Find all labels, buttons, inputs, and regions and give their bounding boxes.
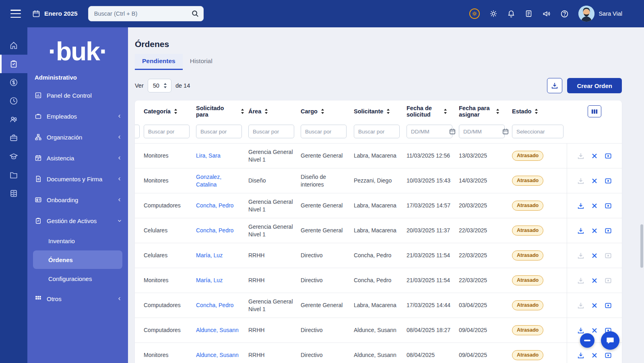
cancel-order-button[interactable] [592, 303, 597, 308]
vertical-scrollbar[interactable] [640, 224, 643, 268]
col-fecha-asignar[interactable]: Fecha para asignar [459, 105, 512, 118]
calendar-icon[interactable] [502, 128, 509, 135]
rail-education-icon[interactable] [0, 147, 27, 166]
rail-briefcase-icon[interactable] [0, 129, 27, 147]
announcements-button[interactable] [542, 10, 551, 18]
download-order-button[interactable] [577, 227, 584, 234]
cell-solicitado-link[interactable]: Lira, Sara [196, 152, 221, 159]
sort-icon[interactable] [535, 109, 538, 114]
period-selector[interactable]: Enero 2025 [32, 10, 78, 18]
col-area[interactable]: Área [248, 108, 301, 115]
cell-solicitado-link[interactable]: Aldunce, Susann [196, 327, 239, 333]
filter-solicitante-input[interactable] [354, 125, 400, 138]
cell-solicitado-link[interactable]: Gonzalez, Catalina [196, 174, 221, 188]
user-menu[interactable]: Sara Vial [578, 6, 622, 22]
filter-categoria-input[interactable] [144, 125, 190, 138]
search-icon[interactable] [191, 10, 199, 17]
view-order-button[interactable] [605, 352, 612, 359]
view-order-button[interactable] [605, 202, 612, 209]
download-order-button[interactable] [577, 177, 584, 185]
download-order-button[interactable] [577, 277, 584, 284]
cancel-order-button[interactable] [592, 278, 597, 283]
download-order-button[interactable] [577, 202, 584, 209]
column-settings-button[interactable] [588, 105, 601, 117]
cell-solicitado-link[interactable]: Concha, Pedro [196, 227, 233, 234]
filter-solicitado-input[interactable] [196, 125, 242, 138]
filter-estado-select[interactable]: Seleccionar [512, 125, 564, 138]
col-estado[interactable]: Estado [512, 108, 567, 115]
sort-icon[interactable] [444, 109, 447, 114]
sort-icon[interactable] [321, 109, 324, 114]
menu-toggle-icon[interactable] [10, 10, 21, 18]
filter-fecha-asignar-input[interactable] [459, 125, 505, 138]
cancel-order-button[interactable] [592, 353, 597, 358]
sort-icon[interactable] [496, 109, 500, 114]
chat-minimized-button[interactable] [580, 333, 594, 348]
download-order-button[interactable] [577, 352, 584, 359]
rail-folder-icon[interactable] [0, 166, 27, 184]
clipped-filter-input[interactable] [135, 125, 140, 138]
sidebar-item-gestion-de-activos[interactable]: Gestión de Activos [27, 210, 128, 231]
sidebar-item-onboarding[interactable]: Onboarding [27, 189, 128, 210]
create-order-button[interactable]: Crear Orden [567, 78, 622, 93]
rail-assets-icon[interactable] [0, 55, 27, 73]
col-cargo[interactable]: Cargo [301, 108, 354, 115]
sidebar-item-documentos-y-firma[interactable]: Documentos y Firma [27, 168, 128, 189]
rail-money-icon[interactable] [0, 73, 27, 92]
sidebar-item-empleados[interactable]: Empleados [27, 106, 128, 127]
help-button[interactable] [560, 10, 569, 18]
sidebar-item-asistencia[interactable]: Asistencia [27, 148, 128, 168]
cancel-order-button[interactable] [592, 228, 597, 234]
cell-solicitado-link[interactable]: Concha, Pedro [196, 202, 233, 209]
col-fecha-solicitud[interactable]: Fecha de solicitud [407, 105, 459, 118]
cancel-order-button[interactable] [592, 203, 597, 209]
tab-pendientes[interactable]: Pendientes [135, 54, 183, 70]
sort-icon[interactable] [386, 109, 390, 114]
sort-icon[interactable] [264, 109, 268, 114]
download-order-button[interactable] [577, 252, 584, 259]
sort-icon[interactable] [174, 109, 178, 114]
chat-button[interactable] [601, 331, 619, 350]
quick-settings-button[interactable] [469, 8, 480, 19]
cell-solicitado-link[interactable]: María, Luz [196, 252, 223, 258]
settings-button[interactable] [489, 10, 497, 18]
calendar-icon[interactable] [449, 128, 456, 135]
col-solicitado-para[interactable]: Solicitado para [196, 105, 248, 118]
download-order-button[interactable] [577, 302, 584, 309]
cancel-order-button[interactable] [592, 153, 597, 159]
sort-icon[interactable] [241, 109, 244, 114]
cell-solicitado-link[interactable]: María, Luz [196, 277, 223, 283]
sidebar-subitem-configuraciones[interactable]: Configuraciones [27, 269, 128, 288]
rail-home-icon[interactable] [0, 36, 27, 55]
view-order-button[interactable] [605, 277, 612, 284]
sidebar-subitem-inventario[interactable]: Inventario [27, 231, 128, 250]
sidebar-item-panel-de-control[interactable]: Panel de Control [27, 85, 128, 106]
download-order-button[interactable] [577, 152, 584, 160]
rail-cabinet-icon[interactable] [0, 184, 27, 203]
col-categoria[interactable]: Categoría [144, 108, 196, 115]
filter-area-input[interactable] [248, 125, 294, 138]
cell-solicitado-link[interactable]: Concha, Pedro [196, 302, 233, 308]
col-solicitante[interactable]: Solicitante [354, 108, 407, 115]
view-order-button[interactable] [605, 152, 612, 160]
page-size-select[interactable]: 50 [148, 79, 171, 92]
sidebar-item-organizacion[interactable]: Organización [27, 127, 128, 148]
rail-time-icon[interactable] [0, 92, 27, 110]
export-button[interactable] [547, 78, 562, 93]
news-button[interactable] [525, 10, 533, 18]
search-input[interactable] [88, 6, 204, 21]
notifications-button[interactable] [507, 10, 515, 18]
cell-solicitado-link[interactable]: Aldunce, Susann [196, 352, 239, 358]
view-order-button[interactable] [605, 177, 612, 185]
cancel-order-button[interactable] [592, 178, 597, 184]
sidebar-subitem-ordenes[interactable]: Órdenes [33, 250, 122, 269]
tab-historial[interactable]: Historial [183, 54, 220, 70]
filter-fecha-solicitud-input[interactable] [407, 125, 452, 138]
filter-cargo-input[interactable] [301, 125, 347, 138]
cancel-order-button[interactable] [592, 328, 597, 333]
rail-people-icon[interactable] [0, 110, 27, 129]
sidebar-item-otros[interactable]: Otros [27, 288, 128, 309]
cancel-order-button[interactable] [592, 253, 597, 258]
view-order-button[interactable] [605, 227, 612, 234]
view-order-button[interactable] [605, 302, 612, 309]
